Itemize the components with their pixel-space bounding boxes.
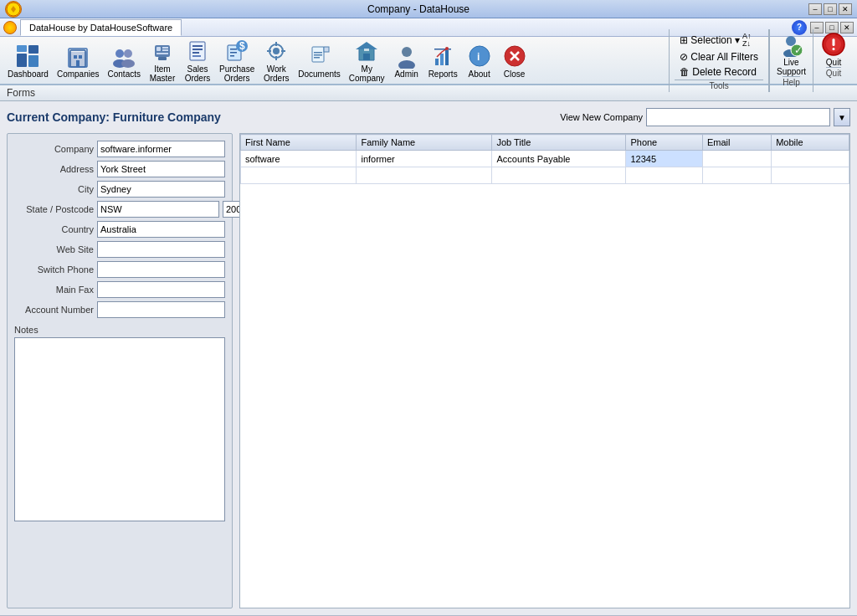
contact-first-name-1[interactable]: software: [241, 151, 357, 167]
companies-icon: [64, 43, 91, 69]
switch-phone-input[interactable]: [97, 261, 225, 278]
content-area: Company Address City State / Postcode Co…: [7, 133, 850, 608]
svg-rect-23: [192, 49, 203, 50]
contacts-icon: [110, 43, 137, 69]
view-new-company-area: View New Company ▼: [560, 108, 850, 126]
contact-email-2[interactable]: [702, 167, 771, 184]
sales-orders-button[interactable]: SalesOrders: [180, 35, 215, 85]
address-label: Address: [14, 164, 94, 174]
website-input[interactable]: [97, 241, 225, 258]
col-job-title: Job Title: [492, 135, 626, 151]
svg-rect-21: [190, 42, 205, 60]
svg-rect-24: [192, 52, 199, 54]
svg-rect-40: [324, 47, 329, 52]
quit-button[interactable]: Quit Quit: [813, 29, 854, 92]
svg-rect-30: [230, 52, 237, 54]
sort-za-button[interactable]: Z↓: [742, 40, 752, 48]
about-button[interactable]: i About: [462, 40, 497, 81]
contact-row-1[interactable]: software informer Accounts Payable 12345: [241, 151, 849, 167]
country-input[interactable]: [97, 221, 225, 238]
svg-point-14: [121, 59, 135, 68]
svg-rect-52: [445, 50, 449, 65]
purchase-orders-icon: $: [223, 38, 250, 64]
state-input[interactable]: [97, 201, 219, 218]
svg-rect-8: [74, 55, 77, 59]
contact-mobile-2[interactable]: [772, 167, 849, 184]
svg-rect-41: [314, 52, 322, 54]
item-master-button[interactable]: ItemMaster: [145, 35, 180, 85]
notes-label: Notes: [14, 325, 225, 335]
svg-point-33: [273, 48, 280, 54]
maximize-button[interactable]: □: [824, 3, 837, 15]
col-family-name: Family Name: [357, 135, 492, 151]
view-new-company-dropdown-button[interactable]: ▼: [834, 108, 850, 126]
documents-label: Documents: [298, 69, 341, 79]
svg-rect-37: [281, 50, 285, 52]
documents-button[interactable]: Documents: [294, 40, 345, 81]
contact-family-name-1[interactable]: informer: [357, 151, 492, 167]
contact-row-2[interactable]: [241, 167, 849, 184]
contact-family-name-2[interactable]: [357, 167, 492, 184]
contacts-button[interactable]: Contacts: [104, 40, 145, 81]
svg-rect-16: [157, 47, 161, 51]
svg-point-48: [402, 47, 412, 57]
contact-job-title-2[interactable]: [492, 167, 626, 184]
delete-label: Delete Record: [692, 66, 757, 78]
selection-icon: ⊞: [680, 34, 688, 46]
minimize-button[interactable]: –: [808, 3, 822, 15]
my-company-button[interactable]: MyCompany: [345, 35, 389, 85]
view-new-company-input[interactable]: [646, 108, 830, 126]
close-icon: [501, 43, 528, 69]
close-button[interactable]: Close: [497, 40, 532, 81]
state-postcode-field-row: State / Postcode: [14, 201, 225, 218]
svg-rect-1: [17, 54, 27, 67]
work-orders-button[interactable]: WorkOrders: [259, 35, 294, 85]
svg-rect-2: [28, 45, 38, 54]
contact-phone-1[interactable]: 12345: [626, 151, 702, 167]
item-master-icon: [149, 38, 176, 64]
work-orders-icon: [263, 38, 290, 64]
svg-rect-66: [833, 38, 835, 46]
my-company-icon: [353, 38, 380, 64]
companies-label: Companies: [57, 69, 100, 79]
address-input[interactable]: [97, 161, 225, 177]
main-fax-input[interactable]: [97, 281, 225, 298]
reports-button[interactable]: Reports: [424, 40, 462, 81]
contact-first-name-2[interactable]: [241, 167, 357, 184]
city-input[interactable]: [97, 181, 225, 198]
svg-rect-9: [79, 55, 82, 59]
address-field-row: Address: [14, 161, 225, 177]
contact-phone-2[interactable]: [626, 167, 702, 184]
selection-label: Selection ▾: [690, 34, 740, 46]
dashboard-button[interactable]: Dashboard: [3, 40, 53, 81]
admin-button[interactable]: Admin: [389, 40, 424, 81]
selection-dropdown[interactable]: ⊞ Selection ▾ A↑ Z↓: [675, 31, 763, 49]
notes-textarea[interactable]: [14, 337, 225, 521]
contact-job-title-1[interactable]: Accounts Payable: [492, 151, 626, 167]
svg-rect-36: [267, 50, 271, 52]
clear-all-filters-button[interactable]: ⊘ Clear All Filters: [675, 49, 763, 64]
account-number-input[interactable]: [97, 301, 225, 318]
svg-text:i: i: [477, 51, 480, 63]
purchase-orders-button[interactable]: $ PurchaseOrders: [215, 35, 259, 85]
svg-rect-53: [434, 49, 451, 50]
live-support-icon: ✓: [777, 31, 804, 58]
reports-label: Reports: [428, 69, 458, 79]
svg-rect-45: [363, 54, 370, 60]
quit-section-label: Quit: [826, 67, 841, 78]
company-input[interactable]: [97, 141, 225, 157]
svg-rect-19: [157, 53, 168, 54]
svg-rect-35: [275, 56, 277, 60]
svg-text:$: $: [239, 40, 245, 52]
live-support-button[interactable]: ✓ LiveSupport Help: [769, 29, 813, 92]
tools-section-label: Tools: [675, 80, 763, 90]
country-field-row: Country: [14, 221, 225, 238]
svg-rect-20: [158, 57, 167, 60]
contact-email-1[interactable]: [702, 151, 771, 167]
contact-mobile-1[interactable]: [772, 151, 849, 167]
main-tab[interactable]: DataHouse by DataHouseSoftware: [20, 19, 182, 36]
close-window-button[interactable]: ✕: [839, 3, 852, 15]
delete-record-button[interactable]: 🗑 Delete Record: [675, 64, 763, 80]
svg-rect-4: [17, 45, 27, 52]
companies-button[interactable]: Companies: [53, 40, 104, 81]
